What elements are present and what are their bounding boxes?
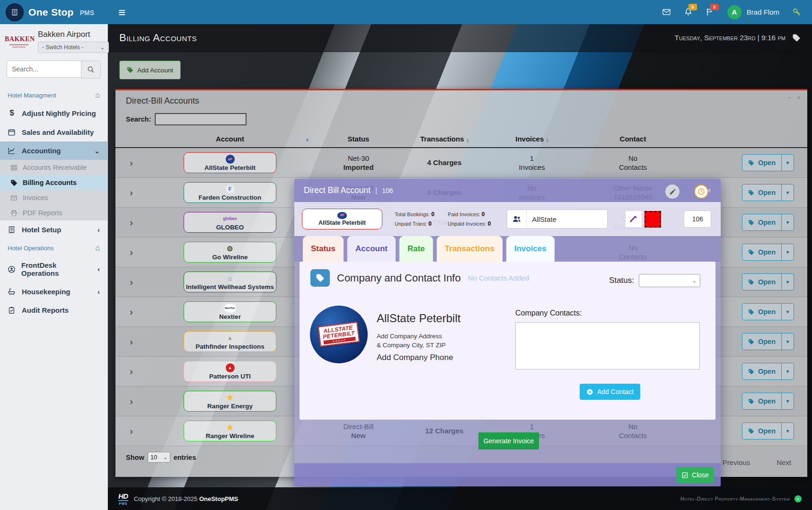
pagination-previous[interactable]: Previous [723,458,750,466]
sidebar-search-button[interactable] [81,61,101,79]
sidebar-item-sales-availability[interactable]: Sales and Availability [0,123,107,141]
open-button[interactable]: Open [742,214,781,230]
account-button[interactable]: ⌂ Intelligent Wellhead Systems [184,272,276,292]
modal-tab[interactable]: Rate [399,236,433,262]
app-brand[interactable]: One Stop PMS [0,3,108,21]
account-button[interactable]: AP AllState Peterbilt [184,152,276,173]
sidebar-item-pdf-reports[interactable]: PDF Reports [0,205,107,220]
account-logo-icon: NexTier [224,304,236,313]
open-button[interactable]: Open [742,423,781,439]
account-button[interactable]: ★ Ranger Energy [184,391,276,412]
account-name-input[interactable] [527,210,607,228]
open-button[interactable]: Open [742,363,781,379]
row-expand-chevron[interactable]: › [115,396,147,407]
page-size-select[interactable]: 10 ⌄ [148,452,170,463]
row-expand-chevron[interactable]: › [115,157,147,168]
open-dropdown-caret[interactable]: ▾ [781,393,794,409]
sidebar-search-input[interactable] [7,61,81,78]
open-dropdown-caret[interactable]: ▾ [781,214,794,230]
open-dropdown-caret[interactable]: ▾ [781,274,794,290]
flags-alerts[interactable]: 2 [706,8,715,17]
row-expand-chevron[interactable]: › [115,366,147,377]
add-contact-button[interactable]: Add Contact [580,384,640,400]
column-header-account[interactable]: Account ▲ [147,135,313,143]
open-dropdown-caret[interactable]: ▾ [781,334,794,350]
open-dropdown-caret[interactable]: ▾ [781,423,794,439]
account-button[interactable]: ⚙ Go Wireline [184,242,276,263]
account-number-input[interactable] [684,211,711,228]
row-expand-chevron[interactable]: › [115,306,147,317]
switch-hotels-select[interactable]: - Switch Hotels - ⌄ [38,42,109,53]
account-button[interactable]: ▲ Pathfinder Inspections [184,331,276,352]
account-button[interactable]: NexTier Nextier [184,301,276,322]
column-header-status[interactable]: Status [313,135,404,143]
row-expand-chevron[interactable]: › [115,246,147,258]
column-header-transactions[interactable]: Transactions▴▾ [404,135,485,143]
tag-icon [748,279,754,285]
open-button[interactable]: Open [742,304,781,320]
open-dropdown-caret[interactable]: ▾ [781,304,794,320]
notifications-bell[interactable]: 5 [684,8,693,17]
modal-tab[interactable]: Status [303,236,344,262]
sidebar-item-adjust-nightly-pricing[interactable]: $ Adjust Nightly Pricing [0,103,107,123]
home-icon[interactable]: ⌂ [95,91,100,99]
row-expand-chevron[interactable]: › [115,336,147,347]
open-button[interactable]: Open [742,155,781,171]
sidebar-item-accounts-receivable[interactable]: Accounts Receivable [0,160,107,175]
user-name[interactable]: Brad Flom [747,8,779,16]
pagination-next[interactable]: Next [777,458,791,466]
tag-icon[interactable] [792,34,801,42]
account-name: AllState Peterbilt [318,220,366,226]
sidebar-item-hotel-setup[interactable]: Hotel Setup ‹ [0,220,107,239]
account-button[interactable]: globeo GLOBEO [184,212,276,233]
row-expand-chevron[interactable]: › [115,425,147,437]
sidebar-item-housekeeping[interactable]: Housekeeping ‹ [0,282,107,301]
paintbrush-icon[interactable] [626,211,642,227]
panel-minimize-icon[interactable]: − [788,94,792,101]
home-icon[interactable]: ⌂ [95,244,100,252]
open-dropdown-caret[interactable]: ▾ [781,363,794,379]
modal-tab[interactable]: Transactions [437,236,503,262]
sidebar-item-accounting[interactable]: Accounting ⌄ [0,141,107,160]
sidebar-item-frontdesk-operations[interactable]: FrontDesk Operations ‹ [0,256,107,282]
company-phone-placeholder[interactable]: Add Company Phone [377,353,453,362]
row-expand-chevron[interactable]: › [115,276,147,288]
account-button[interactable]: ▲ Patterson UTI [184,361,276,382]
account-button[interactable]: ★ Ranger Wireline [184,421,276,441]
history-clock-button[interactable] [694,185,708,199]
edit-pencil-button[interactable] [665,185,680,199]
modal-tab[interactable]: Invoices [506,236,555,262]
company-address-placeholder[interactable]: Add Company Address & Company City, ST Z… [377,332,446,350]
user-avatar[interactable]: A [727,5,741,19]
add-account-button[interactable]: Add Account [119,61,181,79]
table-search-input[interactable] [155,113,247,125]
sidebar-item-billing-accounts[interactable]: Billing Accounts [0,175,107,190]
generate-invoice-button[interactable]: Generate Invoice [478,432,539,449]
column-header-contact[interactable]: Contact [579,135,687,143]
account-button[interactable]: F Farden Construction [184,182,276,203]
open-button[interactable]: Open [742,185,781,201]
open-button[interactable]: Open [742,334,781,350]
messages-icon[interactable] [662,8,671,17]
column-header-invoices[interactable]: Invoices▴▾ [485,135,579,143]
open-button[interactable]: Open [742,244,781,260]
sidebar-item-invoices[interactable]: Invoices [0,190,107,205]
modal-account-button[interactable]: AP AllState Peterbilt [302,209,382,229]
key-lock-icon[interactable] [792,8,802,17]
sidebar-item-audit-reports[interactable]: Audit Reports [0,301,107,319]
sidebar-item-label: Housekeeping [22,288,71,296]
status-select[interactable]: ⌄ [639,274,700,287]
company-contacts-textarea[interactable] [515,322,700,369]
open-dropdown-caret[interactable]: ▾ [781,185,794,201]
color-swatch[interactable] [644,211,661,228]
modal-close-button[interactable]: Close [676,467,714,483]
open-dropdown-caret[interactable]: ▾ [781,244,794,260]
hamburger-menu-icon[interactable]: ≡ [118,6,125,18]
panel-close-icon[interactable]: × [797,94,801,101]
row-expand-chevron[interactable]: › [115,217,147,228]
open-button[interactable]: Open [742,393,781,409]
open-dropdown-caret[interactable]: ▾ [781,155,794,171]
modal-tab[interactable]: Account [347,236,396,262]
open-button[interactable]: Open [742,274,781,290]
row-expand-chevron[interactable]: › [115,187,147,198]
